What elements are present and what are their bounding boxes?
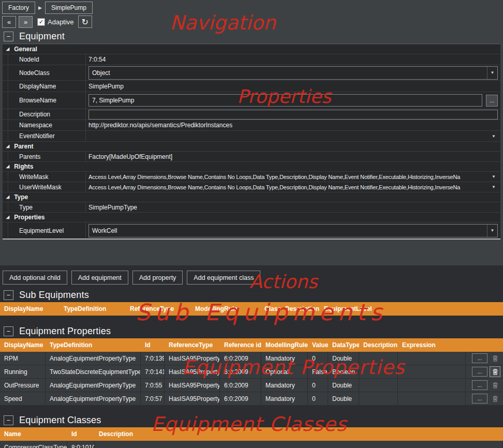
expander-icon[interactable]: ◢: [6, 144, 9, 148]
navigate-forward-button[interactable]: »: [19, 16, 33, 28]
col-referencetype[interactable]: ReferenceType: [165, 341, 220, 349]
collapse-equipment-button[interactable]: −: [4, 32, 13, 41]
cell-value: 0: [308, 379, 328, 392]
cell-datatype: Double: [328, 392, 359, 405]
description-input[interactable]: [88, 110, 498, 120]
edit-row-button[interactable]: ...: [472, 380, 487, 390]
equipment-properties-section-header: − Equipment Properties: [0, 324, 503, 338]
col-description[interactable]: Description: [359, 341, 398, 349]
chevron-down-icon[interactable]: ▼: [490, 185, 498, 189]
equipment-properties-title: Equipment Properties: [19, 326, 111, 337]
col-typedefinition[interactable]: TypeDefinition: [46, 341, 141, 349]
col-id[interactable]: Id: [141, 341, 165, 349]
type-value: SimplePumpType: [88, 204, 137, 211]
cell-description: [95, 441, 503, 448]
add-equipment-class-button[interactable]: Add equipment class: [187, 271, 260, 285]
col-reference-id[interactable]: Reference id: [220, 341, 261, 349]
cell-reference-id: 6:0:2009: [220, 365, 261, 378]
col-description[interactable]: Description: [95, 430, 503, 438]
group-header-parent[interactable]: ◢ Parent: [3, 141, 500, 151]
writemask-label: WriteMask: [8, 172, 86, 182]
equipmentlevel-dropdown[interactable]: WorkCell ▼: [88, 224, 498, 237]
userwritemask-value: Access Level,Array Dimensions,Browse Nam…: [88, 184, 490, 190]
chevron-down-icon[interactable]: ▼: [487, 225, 497, 237]
expander-icon[interactable]: ◢: [6, 215, 9, 219]
cell-displayname: Speed: [0, 392, 46, 405]
cell-id: 7:0:139: [141, 352, 165, 365]
col-value[interactable]: Value: [308, 341, 328, 349]
equipment-property-row[interactable]: OutPressure AnalogEquipmentPropertyType …: [0, 379, 503, 392]
group-label: Rights: [14, 163, 33, 170]
collapse-equipment-properties-button[interactable]: −: [4, 326, 13, 336]
col-modellingrule[interactable]: ModellingRule: [191, 305, 260, 312]
breadcrumb-item-simplepump[interactable]: SimplePump: [45, 2, 93, 14]
browsename-input[interactable]: 7, SimplePump: [88, 94, 482, 107]
expander-icon[interactable]: ◢: [6, 47, 9, 51]
col-id[interactable]: Id: [67, 430, 95, 438]
chevron-down-icon[interactable]: ▼: [490, 174, 498, 179]
cell-id: 7:0:141: [141, 365, 165, 378]
equipment-property-row[interactable]: Speed AnalogEquipmentPropertyType 7:0:57…: [0, 392, 503, 406]
add-equipment-button[interactable]: Add equipment: [71, 271, 128, 285]
equipment-property-row[interactable]: RPM AnalogEquipmentPropertyType 7:0:139 …: [0, 352, 503, 365]
cell-datatype: Double: [328, 352, 359, 365]
col-expression[interactable]: Expression: [398, 341, 503, 349]
add-property-button[interactable]: Add property: [132, 271, 183, 285]
cell-value: False: [308, 365, 328, 378]
delete-row-button[interactable]: [490, 393, 500, 404]
cell-expression: [398, 392, 466, 405]
breadcrumb-arrow-icon: ▶: [38, 5, 42, 10]
equipment-class-row[interactable]: CompressorClassType 8:0:1010: [0, 441, 503, 448]
spacer: [0, 316, 503, 321]
cell-referencetype: HasISA95Property: [165, 352, 220, 365]
equipment-property-row[interactable]: Running TwoStateDiscreteEquipmentType 7:…: [0, 365, 503, 379]
delete-row-button[interactable]: [490, 366, 500, 377]
edit-row-button[interactable]: ...: [472, 353, 487, 363]
group-header-type[interactable]: ◢ Type: [3, 192, 500, 202]
col-description[interactable]: Description: [281, 305, 320, 312]
delete-row-button[interactable]: [490, 380, 500, 391]
equipment-classes-title: Equipment Classes: [19, 415, 101, 426]
parents-label: Parents: [8, 152, 86, 161]
chevron-down-icon[interactable]: ▼: [487, 67, 497, 79]
namespace-value: http://prediktor.no/apis/semantics/Predi…: [88, 122, 232, 129]
property-row-displayname: DisplayName SimplePump: [3, 80, 500, 92]
cell-id: 8:0:1010: [67, 441, 95, 448]
expander-icon[interactable]: ◢: [6, 164, 9, 169]
col-class[interactable]: Class: [260, 305, 281, 312]
expander-icon[interactable]: ◢: [6, 195, 9, 199]
col-datatype[interactable]: DataType: [328, 341, 359, 349]
navigation-toolbar: « » ✓ Adaptive ↻: [0, 14, 503, 29]
edit-row-button[interactable]: ...: [472, 367, 487, 377]
col-displayname[interactable]: DisplayName: [0, 305, 60, 312]
group-header-properties[interactable]: ◢ Properties: [3, 212, 500, 222]
trash-icon: [492, 368, 499, 376]
group-label: General: [14, 46, 37, 53]
navigate-back-button[interactable]: «: [2, 16, 16, 28]
parents-value: Factory[MadeUpOfEquipment]: [88, 153, 172, 160]
col-displayname[interactable]: DisplayName: [0, 341, 46, 349]
group-header-rights[interactable]: ◢ Rights: [3, 161, 500, 171]
equipment-section-title: Equipment: [19, 31, 65, 42]
trash-icon: [492, 354, 499, 362]
col-referencetype[interactable]: ReferenceType: [126, 305, 191, 312]
breadcrumb-item-factory[interactable]: Factory: [2, 2, 35, 14]
col-modellingrule[interactable]: ModellingRule: [261, 341, 308, 349]
col-name[interactable]: Name: [0, 430, 67, 438]
nodeclass-dropdown[interactable]: Object ▼: [88, 66, 498, 80]
refresh-button[interactable]: ↻: [78, 16, 92, 28]
adaptive-checkbox[interactable]: ✓: [37, 18, 45, 26]
col-typedefinition[interactable]: TypeDefinition: [60, 305, 126, 312]
chevron-down-icon[interactable]: ▼: [490, 134, 498, 139]
delete-row-button[interactable]: [490, 353, 500, 364]
browsename-browse-button[interactable]: ...: [486, 95, 498, 107]
collapse-equipment-classes-button[interactable]: −: [4, 415, 13, 425]
add-optional-child-button[interactable]: Add optional child: [3, 271, 67, 285]
property-row-type: Type SimplePumpType: [3, 202, 500, 212]
equipment-properties-header-row: DisplayName TypeDefinition Id ReferenceT…: [0, 338, 503, 352]
group-header-general[interactable]: ◢ General: [3, 44, 500, 54]
collapse-sub-equipments-button[interactable]: −: [4, 290, 13, 300]
col-equipmentlevel[interactable]: EquipmentLevel: [320, 305, 503, 312]
edit-row-button[interactable]: ...: [472, 394, 487, 404]
cell-reference-id: 6:0:2009: [220, 352, 261, 365]
